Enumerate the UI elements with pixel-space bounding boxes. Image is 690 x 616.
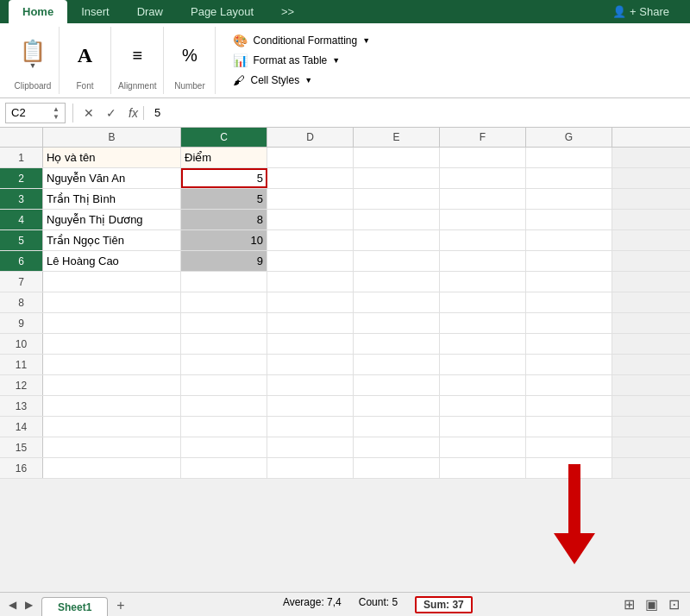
cell-f12[interactable] xyxy=(440,375,526,395)
cell-b3[interactable]: Trần Thị Bình xyxy=(43,189,181,209)
cell-f15[interactable] xyxy=(440,437,526,457)
cell-g8[interactable] xyxy=(526,292,612,312)
cell-f7[interactable] xyxy=(440,272,526,292)
page-view-icon[interactable]: ▣ xyxy=(643,594,660,614)
cell-f5[interactable] xyxy=(440,230,526,250)
cell-b4[interactable]: Nguyễn Thị Dương xyxy=(43,210,181,229)
cell-g16[interactable] xyxy=(526,458,612,478)
sheet-next-btn[interactable]: ▶ xyxy=(22,597,36,613)
cell-f9[interactable] xyxy=(440,313,526,333)
cell-d2[interactable] xyxy=(267,168,354,188)
cell-c4[interactable]: 8 xyxy=(181,210,267,229)
cell-e10[interactable] xyxy=(354,334,440,354)
cell-b10[interactable] xyxy=(43,334,181,354)
cell-g6[interactable] xyxy=(526,251,612,271)
cell-b14[interactable] xyxy=(43,417,181,437)
cell-b16[interactable] xyxy=(43,458,181,478)
col-header-f[interactable]: F xyxy=(440,128,526,147)
cell-f11[interactable] xyxy=(440,355,526,374)
cell-b6[interactable]: Lê Hoàng Cao xyxy=(43,251,181,271)
cell-b1[interactable]: Họ và tên xyxy=(43,148,181,167)
confirm-formula-icon[interactable]: ✓ xyxy=(103,104,120,122)
add-sheet-btn[interactable]: + xyxy=(108,594,133,617)
cell-c9[interactable] xyxy=(181,313,267,333)
cell-e6[interactable] xyxy=(354,251,440,271)
cell-g7[interactable] xyxy=(526,272,612,292)
cell-g10[interactable] xyxy=(526,334,612,354)
cell-g4[interactable] xyxy=(526,210,612,229)
cell-c16[interactable] xyxy=(181,458,267,478)
cell-f14[interactable] xyxy=(440,417,526,437)
cell-d8[interactable] xyxy=(267,292,354,312)
cell-d11[interactable] xyxy=(267,355,354,374)
cell-b15[interactable] xyxy=(43,437,181,457)
conditional-formatting-btn[interactable]: 🎨 Conditional Formatting ▼ xyxy=(229,32,373,49)
cell-d16[interactable] xyxy=(267,458,354,478)
cell-f4[interactable] xyxy=(440,210,526,229)
cell-e11[interactable] xyxy=(354,355,440,374)
cell-f16[interactable] xyxy=(440,458,526,478)
number-btn[interactable]: % xyxy=(174,42,205,68)
cell-g15[interactable] xyxy=(526,437,612,457)
cell-f1[interactable] xyxy=(440,148,526,167)
cell-g2[interactable] xyxy=(526,168,612,188)
cell-e16[interactable] xyxy=(354,458,440,478)
cell-e9[interactable] xyxy=(354,313,440,333)
cell-c12[interactable] xyxy=(181,375,267,395)
page-break-view-icon[interactable]: ⊡ xyxy=(667,594,681,614)
share-button[interactable]: 👤 + Share xyxy=(600,0,681,23)
cell-f2[interactable] xyxy=(440,168,526,188)
cell-d10[interactable] xyxy=(267,334,354,354)
grid-view-icon[interactable]: ⊞ xyxy=(622,594,637,614)
cell-d15[interactable] xyxy=(267,437,354,457)
cell-b2[interactable]: Nguyễn Văn An xyxy=(43,168,181,188)
cell-e2[interactable] xyxy=(354,168,440,188)
cell-c13[interactable] xyxy=(181,396,267,416)
cell-b11[interactable] xyxy=(43,355,181,374)
cell-g11[interactable] xyxy=(526,355,612,374)
cell-f6[interactable] xyxy=(440,251,526,271)
formula-input[interactable] xyxy=(151,104,685,121)
cell-styles-btn[interactable]: 🖌 Cell Styles ▼ xyxy=(229,72,373,89)
cell-d13[interactable] xyxy=(267,396,354,416)
cell-e15[interactable] xyxy=(354,437,440,457)
cell-c11[interactable] xyxy=(181,355,267,374)
cell-g9[interactable] xyxy=(526,313,612,333)
cell-g5[interactable] xyxy=(526,230,612,250)
cell-d1[interactable] xyxy=(267,148,354,167)
cell-c7[interactable] xyxy=(181,272,267,292)
cell-d7[interactable] xyxy=(267,272,354,292)
cell-b9[interactable] xyxy=(43,313,181,333)
cell-d4[interactable] xyxy=(267,210,354,229)
cell-g3[interactable] xyxy=(526,189,612,209)
cell-d14[interactable] xyxy=(267,417,354,437)
cell-e7[interactable] xyxy=(354,272,440,292)
cell-e12[interactable] xyxy=(354,375,440,395)
cell-e13[interactable] xyxy=(354,396,440,416)
cell-c1[interactable]: Điểm xyxy=(181,148,267,167)
sheet-prev-btn[interactable]: ◀ xyxy=(5,597,20,613)
col-header-d[interactable]: D xyxy=(267,128,354,147)
cell-e3[interactable] xyxy=(354,189,440,209)
cell-e8[interactable] xyxy=(354,292,440,312)
cell-ref-arrows[interactable]: ▲ ▼ xyxy=(53,105,60,121)
cell-e1[interactable] xyxy=(354,148,440,167)
sheet-tab-sheet1[interactable]: Sheet1 xyxy=(41,597,108,617)
font-btn[interactable]: A xyxy=(70,41,101,70)
alignment-btn[interactable]: ≡ xyxy=(122,42,153,68)
cell-b7[interactable] xyxy=(43,272,181,292)
cell-c5[interactable]: 10 xyxy=(181,230,267,250)
cell-d3[interactable] xyxy=(267,189,354,209)
cell-c14[interactable] xyxy=(181,417,267,437)
cell-c10[interactable] xyxy=(181,334,267,354)
cell-d6[interactable] xyxy=(267,251,354,271)
cell-g1[interactable] xyxy=(526,148,612,167)
cell-d9[interactable] xyxy=(267,313,354,333)
cell-f3[interactable] xyxy=(440,189,526,209)
cell-e5[interactable] xyxy=(354,230,440,250)
cell-c6[interactable]: 9 xyxy=(181,251,267,271)
tab-insert[interactable]: Insert xyxy=(67,0,123,23)
clipboard-btn[interactable]: 📋 ▼ xyxy=(14,36,52,74)
cell-c3[interactable]: 5 xyxy=(181,189,267,209)
cell-g13[interactable] xyxy=(526,396,612,416)
